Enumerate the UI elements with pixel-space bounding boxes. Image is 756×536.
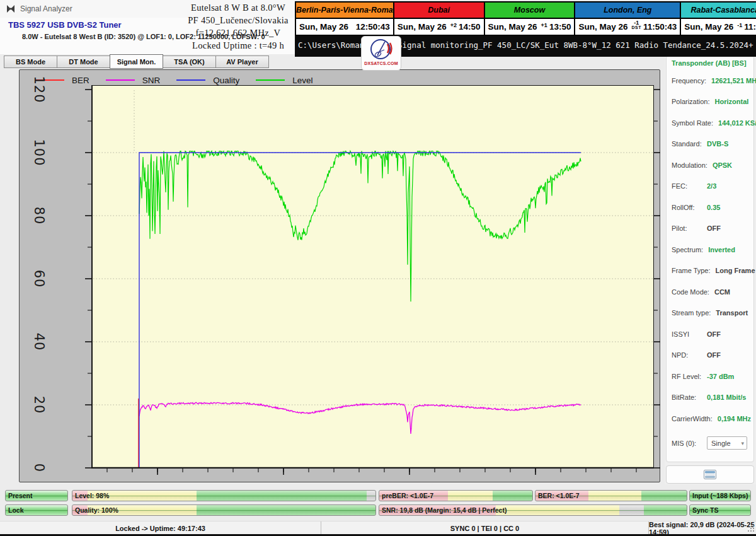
- y-tick-label: 100: [30, 134, 48, 171]
- param-label: BitRate:: [672, 393, 702, 401]
- tuner-title: TBS 5927 USB DVB-S2 Tuner: [8, 20, 122, 30]
- statusbar: Locked -> Uptime: 49:17:43 SYNC 0 | TEI …: [0, 521, 756, 535]
- transponder-row-standard-: Standard:DVB-S: [667, 134, 753, 155]
- legend-label: Level: [292, 76, 312, 85]
- clock-utc-offset: -1: [737, 23, 742, 28]
- clock-time-value: 12:50:43: [356, 22, 390, 32]
- tab-signal-mon-[interactable]: Signal Mon.: [110, 54, 163, 69]
- param-label: RF Level:: [672, 373, 702, 380]
- param-label: Spectrum:: [672, 246, 703, 253]
- transponder-row-npd-: NPD:OFF: [667, 345, 753, 366]
- tab-bs-mode[interactable]: BS Mode: [4, 55, 57, 68]
- param-value: Inverted: [708, 246, 735, 253]
- clock-berlin-paris-vienna-roma: Berlin-Paris-Vienna-RomaSun, May 2612:50…: [295, 1, 394, 36]
- param-label: Frequency:: [672, 77, 706, 84]
- clock-dubai: DubaiSun, May 26+214:50: [393, 1, 485, 36]
- y-tick-label: 60: [30, 260, 48, 297]
- param-value: OFF: [707, 351, 721, 359]
- param-label: Modulation:: [672, 161, 707, 169]
- clock-time-value: 14:50: [459, 22, 481, 32]
- pill-ber: BER: <1.0E-7: [535, 490, 687, 501]
- pill-snr: SNR: 19,8 dB (Margin: 15,4 dB | Perfect): [379, 504, 687, 516]
- transponder-sidebar: Transponder (AB) [BS] Frequency:12621,52…: [665, 54, 756, 484]
- clock-utc-offset: -1DST: [631, 20, 641, 30]
- tab-dt-mode[interactable]: DT Mode: [57, 55, 110, 68]
- mis-value: Single: [711, 440, 731, 447]
- stack-icon: [704, 470, 716, 479]
- param-label: Pilot:: [672, 224, 702, 232]
- param-label: FEC:: [672, 182, 702, 190]
- signal-chart: [91, 85, 654, 469]
- param-value: 12621,521 MHz: [711, 77, 756, 84]
- param-label: Polarization:: [672, 98, 710, 105]
- legend-item-snr: SNR: [106, 76, 161, 85]
- clock-city-label: London, Eng: [575, 3, 680, 19]
- param-value: -37 dBm: [707, 373, 734, 380]
- legend-item-quality: Quality: [176, 76, 239, 85]
- mis-dropdown[interactable]: Single ▾: [707, 436, 747, 450]
- param-value: CCM: [714, 288, 730, 296]
- y-tick-label: 80: [30, 197, 48, 234]
- clock-time-value: 11:50:43: [643, 22, 677, 32]
- tab-tsa-ok-[interactable]: TSA (OK): [163, 55, 216, 68]
- param-value: OFF: [707, 224, 721, 232]
- clock-rabat-casablanca: Rabat-CasablancaSun, May 26-111:50: [680, 1, 756, 36]
- station-line-satellite: Eutelsat 8 W B at 8.0°W: [183, 1, 294, 14]
- mis-row: MIS (0): Single ▾: [667, 435, 753, 452]
- y-tick-label: 40: [30, 323, 48, 360]
- stream-stack-button[interactable]: [666, 465, 754, 484]
- param-label: Frame Type:: [672, 267, 711, 274]
- param-label: Symbol Rate:: [672, 119, 713, 127]
- chevron-down-icon: ▾: [741, 440, 744, 446]
- pill-present: Present: [5, 490, 68, 501]
- transponder-row-frequency-: Frequency:12621,521 MHz: [667, 70, 753, 91]
- transponder-row-spectrum-: Spectrum:Inverted: [667, 239, 753, 260]
- statusbar-uptime: Locked -> Uptime: 49:17:43: [0, 521, 321, 535]
- legend-line-swatch: [106, 79, 135, 81]
- legend-line-swatch: [176, 79, 205, 81]
- resize-grip[interactable]: [747, 524, 754, 532]
- clock-date: Sun, May 26: [299, 22, 348, 32]
- pill-preber: preBER: <1.0E-7: [379, 490, 533, 501]
- pill-sync-ts: Sync TS: [689, 504, 751, 516]
- statusbar-sync: SYNC 0 | TEI 0 | CC 0: [321, 521, 649, 535]
- param-label: ISSYI: [672, 330, 702, 338]
- transponder-row-issyi: ISSYIOFF: [667, 323, 753, 345]
- param-value: OFF: [707, 330, 721, 338]
- transponder-row-carrierwidth-: CarrierWidth:0,194 MHz: [667, 408, 753, 429]
- transponder-header: Transponder (AB) [BS]: [667, 59, 753, 70]
- signal-analyzer-window: { "window": { "title": "Signal Analyzer"…: [0, 0, 756, 536]
- y-tick-label: 0: [30, 450, 48, 486]
- app-icon: [6, 4, 16, 14]
- clock-date: Sun, May 26: [398, 22, 447, 32]
- mis-label: MIS (0):: [672, 440, 702, 447]
- param-label: Code Mode:: [672, 288, 709, 296]
- app-title: Signal Analyzer: [20, 4, 72, 13]
- param-value: 0,194 MHz: [718, 415, 751, 422]
- clock-time-value: 11:50: [744, 22, 756, 32]
- param-value: DVB-S: [707, 140, 728, 148]
- clock-city-label: Berlin-Paris-Vienna-Roma: [296, 3, 393, 19]
- transponder-row-frame-type-: Frame Type:Long Frame: [667, 260, 753, 282]
- clock-date: Sun, May 26: [488, 22, 537, 32]
- transponder-card: Transponder (AB) [BS] Frequency:12621,52…: [666, 55, 754, 462]
- chart-legend: BERSNRQualityLevel: [35, 74, 313, 86]
- clock-city-label: Dubai: [394, 3, 484, 19]
- param-value: 0,181 Mbit/s: [707, 393, 746, 401]
- transponder-row-rf-level-: RF Level:-37 dBm: [667, 366, 753, 387]
- clock-date: Sun, May 26: [578, 22, 627, 32]
- param-label: RollOff:: [672, 204, 702, 211]
- dxsatcs-logo: DXSATCS.COM: [361, 36, 401, 71]
- param-value: Long Frame: [716, 267, 755, 274]
- world-clocks: Berlin-Paris-Vienna-RomaSun, May 2612:50…: [295, 1, 756, 36]
- param-label: NPD:: [672, 351, 702, 359]
- tab-av-player[interactable]: AV Player: [215, 55, 269, 68]
- pill-input-(~188-kbps): Input (~188 Kbps): [689, 490, 751, 501]
- transponder-row-code-mode-: Code Mode:CCM: [667, 281, 753, 303]
- logo-text: DXSATCS.COM: [364, 61, 398, 66]
- param-value: 144,012 KS/s: [718, 119, 756, 127]
- param-label: CarrierWidth:: [672, 415, 713, 422]
- clock-city-label: Rabat-Casablanca: [681, 3, 756, 19]
- legend-line-swatch: [256, 79, 285, 81]
- station-line-uptime: Locked Uptime : t=49 h: [183, 39, 294, 52]
